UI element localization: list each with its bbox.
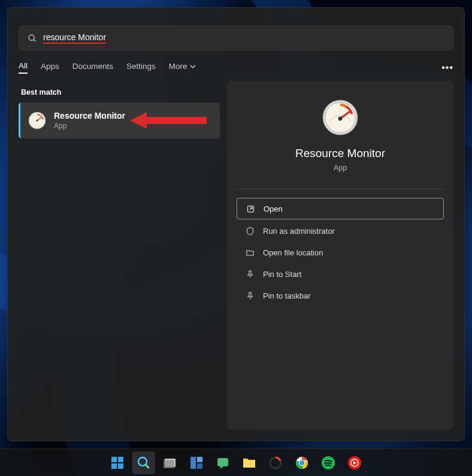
svg-line-18 [146,465,149,468]
shield-icon [245,226,255,236]
resource-monitor-icon-large [322,99,359,136]
action-label: Open [264,204,283,213]
action-run-admin[interactable]: Run as administrator [237,221,444,241]
youtube-music-icon [347,456,362,470]
taskbar-start-button[interactable] [106,451,129,474]
taskbar-app-button[interactable] [264,451,287,474]
results-list: Best match Resource Monitor App [19,81,220,430]
svg-line-1 [34,40,35,41]
task-view-icon [163,456,177,470]
action-label: Pin to Start [263,270,301,279]
chrome-icon [295,456,309,470]
taskbar-task-view-button[interactable] [159,451,181,474]
svg-rect-21 [190,457,196,469]
preview-subtitle: App [334,164,347,172]
tab-all[interactable]: All [19,61,28,74]
taskbar-widgets-button[interactable] [185,451,208,474]
spotify-icon [321,456,335,470]
tab-apps[interactable]: Apps [41,62,59,73]
divider [237,189,444,189]
action-pin-start[interactable]: Pin to Start [237,264,444,284]
widgets-icon [189,456,204,470]
start-search-panel: resource Monitor All Apps Documents Sett… [7,7,465,441]
filter-tabs: All Apps Documents Settings More ••• [8,61,464,81]
svg-rect-14 [118,457,123,462]
action-pin-taskbar[interactable]: Pin to taskbar [237,285,444,306]
action-label: Run as administrator [263,227,335,236]
taskbar-chrome-button[interactable] [291,451,313,474]
svg-point-0 [29,35,34,40]
taskbar-search-button[interactable] [132,451,155,474]
annotation-arrow [130,109,208,132]
svg-rect-25 [243,461,255,468]
svg-rect-13 [111,457,117,462]
svg-point-29 [299,460,304,465]
chat-icon [216,456,230,470]
tab-documents[interactable]: Documents [72,62,113,73]
preview-panel: Resource Monitor App Open [227,81,453,430]
circle-icon [268,456,283,470]
taskbar-file-explorer-button[interactable] [238,451,261,474]
svg-rect-20 [164,460,174,468]
taskbar-chat-button[interactable] [211,451,234,474]
search-icon [137,456,151,470]
search-query-text: resource Monitor [43,32,106,44]
taskbar-youtube-music-button[interactable] [343,451,366,474]
resource-monitor-icon [28,111,47,130]
svg-rect-22 [197,457,202,462]
svg-marker-7 [130,112,207,129]
result-item-resource-monitor[interactable]: Resource Monitor App [19,103,220,138]
svg-rect-15 [111,463,117,469]
result-title: Resource Monitor [54,111,125,120]
open-icon [246,204,255,213]
svg-rect-24 [217,458,228,466]
tab-settings[interactable]: Settings [126,62,156,73]
taskbar [0,448,472,476]
svg-rect-16 [118,463,123,469]
folder-icon [245,248,255,257]
taskbar-spotify-button[interactable] [317,451,340,474]
action-label: Pin to taskbar [263,291,311,300]
action-label: Open file location [263,248,323,257]
chevron-down-icon [190,65,196,68]
search-input[interactable]: resource Monitor [19,26,453,50]
action-open[interactable]: Open [237,198,444,219]
search-icon [28,34,37,43]
action-list: Open Run as administrator [237,198,444,306]
pin-icon [245,291,255,300]
pin-icon [245,269,255,279]
section-label-best-match: Best match [19,81,220,103]
result-subtitle: App [54,122,125,130]
preview-title: Resource Monitor [295,147,385,160]
windows-icon [110,456,125,470]
folder-icon [242,456,256,470]
svg-rect-23 [197,463,202,469]
tab-more[interactable]: More [169,62,196,73]
action-open-location[interactable]: Open file location [237,242,444,263]
svg-point-5 [37,120,38,122]
svg-point-11 [338,117,343,121]
more-options-button[interactable]: ••• [441,62,453,73]
